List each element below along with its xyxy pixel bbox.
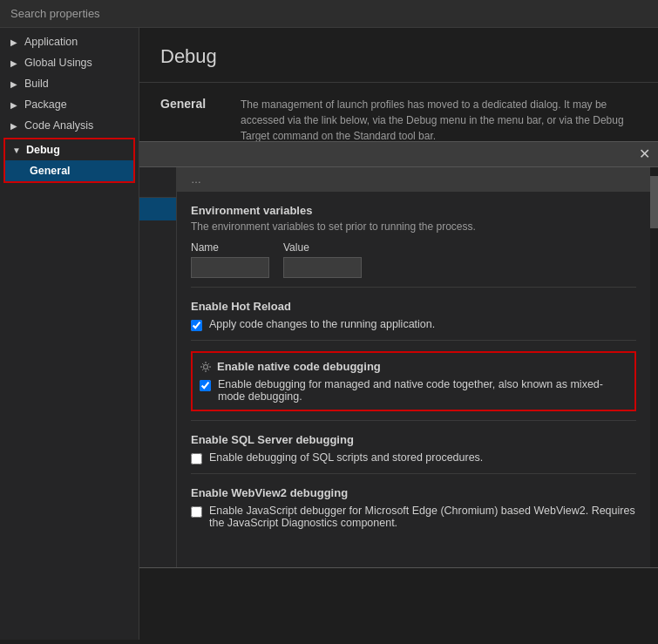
env-value-input[interactable] xyxy=(283,257,362,278)
launch-profiles-dialog: Launch Profiles ✕ + - xyxy=(139,141,658,568)
sidebar-item-label: Application xyxy=(24,36,78,48)
native-debug-header: Enable native code debugging xyxy=(200,360,627,373)
sidebar-item-general[interactable]: General xyxy=(5,160,133,181)
native-debug-label: Enable debugging for managed and native … xyxy=(218,378,627,403)
dialog-title-bar: Launch Profiles ✕ xyxy=(139,142,658,167)
sidebar-item-label: Code Analysis xyxy=(24,119,93,132)
sidebar-item-code-analysis[interactable]: ▶ Code Analysis xyxy=(0,115,139,136)
sidebar-item-application[interactable]: ▶ Application xyxy=(0,31,139,52)
dialog-toolbar: + - xyxy=(139,167,176,198)
page-title: Debug xyxy=(160,45,637,68)
svg-point-8 xyxy=(204,364,208,369)
native-debug-title: Enable native code debugging xyxy=(217,360,381,373)
sql-debug-checkbox-row: Enable debugging of SQL scripts and stor… xyxy=(191,451,636,464)
native-debug-checkbox[interactable] xyxy=(200,380,211,391)
dialog-body: + - CSharpVersion xyxy=(139,167,658,567)
content-area: Debug General The management of launch p… xyxy=(139,28,658,640)
search-bar[interactable]: Search properties xyxy=(0,0,658,28)
content-header: Debug xyxy=(139,28,658,83)
sidebar-item-build[interactable]: ▶ Build xyxy=(0,73,139,94)
dialog-right-panel: … Environment variables The environment … xyxy=(177,167,650,567)
dialog-left-panel: + - CSharpVersion xyxy=(139,167,177,567)
env-value-header: Value xyxy=(283,241,362,254)
webview2-debug-label: Enable JavaScript debugger for Microsoft… xyxy=(209,505,636,529)
env-vars-title: Environment variables xyxy=(191,204,636,217)
arrow-icon: ▶ xyxy=(10,58,19,68)
hot-reload-title: Enable Hot Reload xyxy=(191,300,636,313)
arrow-icon: ▼ xyxy=(12,146,21,155)
scrollbar-thumb[interactable] xyxy=(650,176,658,228)
sql-debug-title: Enable SQL Server debugging xyxy=(191,433,636,446)
search-placeholder: Search properties xyxy=(10,7,100,20)
webview2-debug-title: Enable WebView2 debugging xyxy=(191,486,636,499)
arrow-icon: ▶ xyxy=(10,100,19,110)
arrow-icon: ▶ xyxy=(10,37,19,47)
env-table: Name Value xyxy=(191,241,636,278)
general-description: The management of launch profiles has mo… xyxy=(241,97,637,144)
profile-item-csharpversion[interactable]: CSharpVersion xyxy=(139,198,176,220)
hot-reload-checkbox[interactable] xyxy=(191,320,202,331)
arrow-icon: ▶ xyxy=(10,121,19,131)
native-debug-checkbox-row: Enable debugging for managed and native … xyxy=(200,378,627,403)
sql-debug-checkbox[interactable] xyxy=(191,453,202,464)
sidebar-item-label: Global Usings xyxy=(24,57,92,69)
env-name-input[interactable] xyxy=(191,257,269,278)
dialog-scrollbar[interactable] xyxy=(650,167,658,567)
sidebar-item-label: Package xyxy=(24,98,67,111)
sidebar-item-label: Build xyxy=(24,78,49,90)
sidebar-item-global-usings[interactable]: ▶ Global Usings xyxy=(0,52,139,73)
sidebar-item-debug[interactable]: ▼ Debug xyxy=(5,139,133,160)
sidebar: ▶ Application ▶ Global Usings ▶ Build ▶ … xyxy=(0,28,139,640)
dialog-close-button[interactable]: ✕ xyxy=(639,147,650,161)
arrow-icon: ▶ xyxy=(10,79,19,89)
native-debug-section: Enable native code debugging Enable debu… xyxy=(191,351,636,411)
hot-reload-checkbox-row: Apply code changes to the running applic… xyxy=(191,318,636,331)
sidebar-item-package[interactable]: ▶ Package xyxy=(0,94,139,115)
gear-icon xyxy=(200,361,212,373)
sidebar-item-label: Debug xyxy=(26,144,60,156)
webview2-debug-checkbox[interactable] xyxy=(191,506,202,518)
webview2-debug-checkbox-row: Enable JavaScript debugger for Microsoft… xyxy=(191,505,636,529)
sql-debug-label: Enable debugging of SQL scripts and stor… xyxy=(209,451,483,464)
env-vars-desc: The environment variables to set prior t… xyxy=(191,220,636,233)
sidebar-item-label: General xyxy=(30,165,71,177)
info-bar-text: … xyxy=(191,173,201,186)
env-name-header: Name xyxy=(191,241,269,254)
hot-reload-label: Apply code changes to the running applic… xyxy=(209,318,435,330)
